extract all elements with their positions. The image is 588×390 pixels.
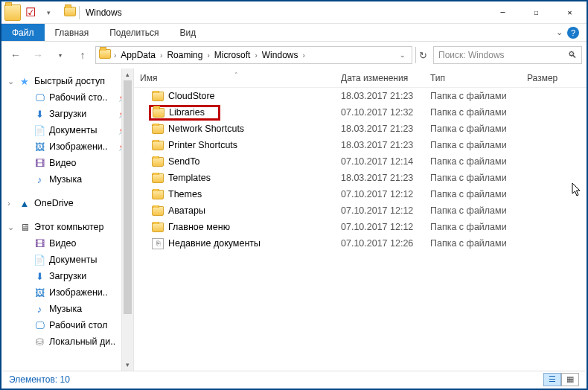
- close-button[interactable]: ✕: [553, 1, 587, 24]
- file-type: Папка с файлами: [424, 91, 521, 101]
- file-row[interactable]: Главное меню07.10.2017 12:12Папка с файл…: [134, 219, 587, 235]
- sidebar-onedrive[interactable]: ›▲ OneDrive: [1, 195, 133, 211]
- file-name: CloudStore: [168, 91, 215, 101]
- file-date: 07.10.2017 12:12: [335, 189, 424, 199]
- sidebar-item[interactable]: ›📄Документы📌: [1, 122, 133, 138]
- folder-icon: [152, 223, 164, 232]
- folder-icon: [152, 206, 164, 216]
- sidebar-item[interactable]: ›⬇Загрузки📌: [1, 106, 133, 122]
- qat-dropdown[interactable]: ▾: [40, 4, 57, 21]
- sidebar-item[interactable]: ›🖼Изображени..📌: [1, 138, 133, 155]
- document-icon: 📄: [33, 255, 46, 266]
- breadcrumb[interactable]: Windows: [259, 50, 301, 60]
- sidebar-item-label: Загрузки: [49, 109, 86, 119]
- file-name: Templates: [168, 173, 211, 183]
- file-name: SendTo: [168, 156, 199, 167]
- scroll-thumb[interactable]: [124, 80, 132, 314]
- video-icon: 🎞: [33, 158, 46, 169]
- file-date: 18.03.2017 21:23: [335, 124, 424, 134]
- sidebar-item[interactable]: ›🎞Видео: [1, 155, 133, 171]
- scroll-down-icon[interactable]: ▾: [122, 359, 133, 371]
- sidebar-quick-access[interactable]: ⌄★ Быстрый доступ: [1, 73, 133, 89]
- status-bar: Элементов: 10 ☰ ▦: [3, 371, 585, 387]
- history-dropdown[interactable]: ▾: [51, 45, 70, 65]
- column-date[interactable]: Дата изменения: [335, 73, 424, 83]
- file-type: Папка с файлами: [424, 124, 521, 134]
- sidebar-item[interactable]: ›📄Документы: [1, 252, 133, 268]
- sidebar-item[interactable]: ›🖵Рабочий стол: [1, 317, 133, 333]
- file-row[interactable]: Printer Shortcuts18.03.2017 21:23Папка с…: [134, 137, 587, 153]
- tab-home[interactable]: Главная: [45, 24, 100, 41]
- address-dropdown-icon[interactable]: ⌄: [400, 51, 406, 59]
- sidebar-item[interactable]: ›🎞Видео: [1, 235, 133, 252]
- file-type: Папка с файлами: [424, 156, 521, 167]
- sidebar-scrollbar[interactable]: ▴ ▾: [121, 68, 133, 371]
- qat-item[interactable]: ☑: [22, 4, 39, 21]
- sidebar-item-label: Видео: [49, 158, 77, 168]
- breadcrumb[interactable]: Microsoft: [211, 50, 254, 60]
- folder-icon: [152, 190, 164, 199]
- window-title: Windows: [83, 7, 122, 18]
- file-row[interactable]: ⎘Недавние документы07.10.2017 12:26Папка…: [134, 235, 587, 252]
- file-row[interactable]: Network Shortcuts18.03.2017 21:23Папка с…: [134, 121, 587, 137]
- tab-share[interactable]: Поделиться: [99, 24, 169, 41]
- scroll-up-icon[interactable]: ▴: [122, 68, 133, 80]
- details-view-button[interactable]: ☰: [543, 373, 561, 386]
- file-date: 18.03.2017 21:23: [335, 173, 424, 183]
- window-icon: [64, 7, 76, 19]
- sidebar-item[interactable]: ›⛁Локальный ди..: [1, 333, 133, 350]
- status-item-count: Элементов: 10: [9, 374, 70, 385]
- breadcrumb[interactable]: AppData: [118, 50, 159, 60]
- sidebar-item[interactable]: ›🖵Рабочий сто..📌: [1, 89, 133, 106]
- sidebar-item-label: Музыка: [49, 304, 82, 314]
- folder-icon: [99, 49, 111, 61]
- file-row[interactable]: Аватары07.10.2017 12:12Папка с файлами: [134, 202, 587, 219]
- up-button[interactable]: ↑: [73, 45, 92, 65]
- sidebar-item-label: Рабочий сто..: [49, 92, 107, 103]
- folder-icon: [4, 4, 21, 21]
- folder-icon: [152, 92, 164, 101]
- column-size[interactable]: Размер: [521, 73, 581, 83]
- sidebar-item-label: Музыка: [49, 174, 82, 185]
- folder-icon: [153, 108, 164, 118]
- tab-file[interactable]: Файл: [1, 24, 45, 41]
- sidebar-item-label: Видео: [49, 238, 77, 249]
- sidebar-item[interactable]: ›🖼Изображени..: [1, 284, 133, 301]
- back-button[interactable]: ←: [6, 45, 25, 65]
- file-type: Папка с файлами: [424, 173, 521, 183]
- help-icon[interactable]: ?: [567, 27, 579, 39]
- sidebar-item-label: Рабочий стол: [49, 320, 107, 330]
- search-input[interactable]: Поиск: Windows 🔍︎: [433, 46, 582, 64]
- folder-icon: [152, 124, 164, 134]
- file-name: Libraries: [169, 107, 205, 118]
- icons-view-button[interactable]: ▦: [561, 373, 579, 386]
- ribbon-collapse-icon[interactable]: ⌄: [556, 28, 563, 37]
- sidebar-item[interactable]: ›⬇Загрузки: [1, 268, 133, 284]
- breadcrumb[interactable]: Roaming: [164, 50, 205, 60]
- file-type: Папка с файлами: [424, 140, 521, 150]
- tab-view[interactable]: Вид: [169, 24, 206, 41]
- file-date: 07.10.2017 12:12: [335, 205, 424, 216]
- column-name[interactable]: Имя˄: [134, 73, 335, 83]
- maximize-button[interactable]: ☐: [520, 1, 553, 24]
- sidebar-item[interactable]: ›♪Музыка: [1, 171, 133, 188]
- minimize-button[interactable]: ─: [486, 1, 520, 24]
- file-row[interactable]: Templates18.03.2017 21:23Папка с файлами: [134, 170, 587, 186]
- download-icon: ⬇: [33, 271, 46, 282]
- file-type: Папка с файлами: [424, 238, 521, 249]
- refresh-button[interactable]: ↻: [415, 47, 430, 63]
- file-row[interactable]: Libraries07.10.2017 12:32Папка с файлами: [134, 104, 587, 121]
- file-row[interactable]: SendTo07.10.2017 12:14Папка с файлами: [134, 153, 587, 170]
- address-bar[interactable]: › AppData› Roaming› Microsoft› Windows› …: [95, 46, 412, 64]
- file-name: Network Shortcuts: [168, 124, 244, 134]
- forward-button[interactable]: →: [28, 45, 48, 65]
- file-row[interactable]: CloudStore18.03.2017 21:23Папка с файлам…: [134, 88, 587, 104]
- sidebar-this-pc[interactable]: ⌄🖥 Этот компьютер: [1, 219, 133, 235]
- shortcut-icon: ⎘: [152, 238, 164, 249]
- file-type: Папка с файлами: [424, 189, 521, 199]
- sidebar-item[interactable]: ›♪Музыка: [1, 301, 133, 317]
- quick-access-toolbar: ☑ ▾: [1, 4, 60, 21]
- column-type[interactable]: Тип: [424, 73, 521, 83]
- sidebar-item-label: Документы: [49, 255, 97, 265]
- file-row[interactable]: Themes07.10.2017 12:12Папка с файлами: [134, 186, 587, 202]
